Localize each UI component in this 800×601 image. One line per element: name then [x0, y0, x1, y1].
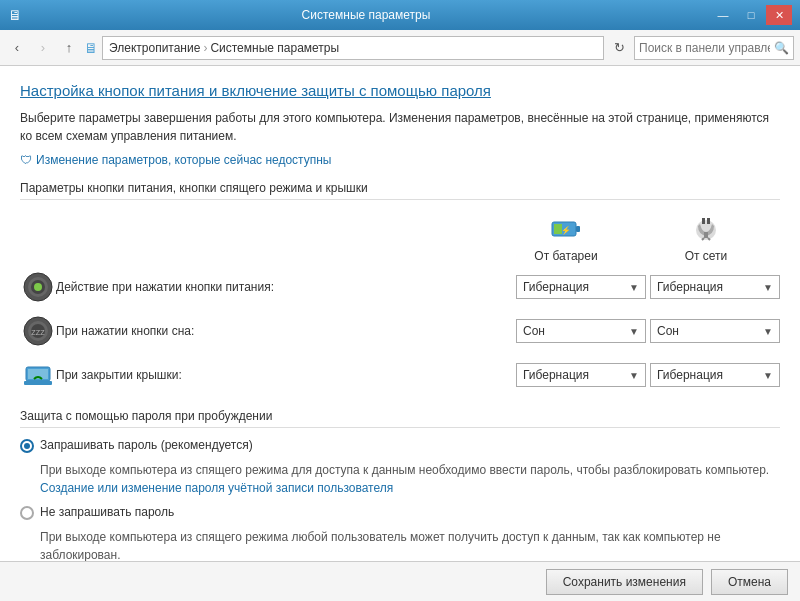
- back-button[interactable]: ‹: [6, 37, 28, 59]
- lid-icon: [20, 357, 56, 393]
- chevron-down-icon: ▼: [629, 370, 639, 381]
- chevron-down-icon: ▼: [763, 282, 773, 293]
- refresh-button[interactable]: ↻: [608, 37, 630, 59]
- row3-battery-value: Гибернация: [523, 368, 589, 382]
- row2-label: При нажатии кнопки сна:: [56, 323, 512, 340]
- svg-line-8: [702, 238, 704, 240]
- title-bar-left: 🖥: [8, 7, 22, 23]
- password-change-link[interactable]: Создание или изменение пароля учётной за…: [40, 481, 393, 495]
- power-settings-table: ⚡ От батареи От сети: [20, 210, 780, 393]
- section1-header: Параметры кнопки питания, кнопки спящего…: [20, 181, 780, 200]
- row2-power-dropdown[interactable]: Сон ▼: [650, 319, 780, 343]
- row2-power-value: Сон: [657, 324, 679, 338]
- row1-battery-dropdown[interactable]: Гибернация ▼: [516, 275, 646, 299]
- row3-label: При закрытии крышки:: [56, 367, 512, 384]
- section2-header: Защита с помощью пароля при пробуждении: [20, 409, 780, 428]
- app-icon-small: 🖥: [84, 40, 98, 56]
- title-bar-controls: — □ ✕: [710, 5, 792, 25]
- main-content: Настройка кнопок питания и включение защ…: [0, 66, 800, 561]
- search-icon: 🔍: [774, 41, 789, 55]
- row3-power-dropdown[interactable]: Гибернация ▼: [650, 363, 780, 387]
- radio1-label: Запрашивать пароль (рекомендуется): [40, 438, 253, 452]
- row3-battery-dropdown[interactable]: Гибернация ▼: [516, 363, 646, 387]
- svg-rect-7: [704, 232, 708, 238]
- radio-button-2[interactable]: [20, 506, 34, 520]
- breadcrumb[interactable]: Электропитание › Системные параметры: [102, 36, 604, 60]
- svg-rect-5: [702, 218, 705, 224]
- close-button[interactable]: ✕: [766, 5, 792, 25]
- row2-battery-value: Сон: [523, 324, 545, 338]
- address-bar: ‹ › ↑ 🖥 Электропитание › Системные парам…: [0, 30, 800, 66]
- svg-line-9: [708, 238, 710, 240]
- radio-option-1[interactable]: Запрашивать пароль (рекомендуется): [20, 438, 780, 453]
- breadcrumb-item-2[interactable]: Системные параметры: [210, 41, 339, 55]
- search-bar[interactable]: 🔍: [634, 36, 794, 60]
- battery-icon: ⚡: [548, 210, 584, 246]
- svg-rect-1: [576, 226, 580, 232]
- table-column-headers: ⚡ От батареи От сети: [20, 210, 780, 263]
- svg-rect-19: [24, 381, 52, 385]
- title-bar: 🖥 Системные параметры — □ ✕: [0, 0, 800, 30]
- radio2-description: При выходе компьютера из спящего режима …: [40, 528, 780, 561]
- search-input[interactable]: [639, 41, 770, 55]
- radio1-description: При выходе компьютера из спящего режима …: [40, 461, 780, 497]
- radio2-label: Не запрашивать пароль: [40, 505, 174, 519]
- breadcrumb-separator: ›: [203, 41, 207, 55]
- table-row: При закрытии крышки: Гибернация ▼ Гиберн…: [20, 357, 780, 393]
- power-icon: [688, 210, 724, 246]
- password-section: Защита с помощью пароля при пробуждении …: [20, 409, 780, 561]
- cancel-button[interactable]: Отмена: [711, 569, 788, 595]
- row1-battery-value: Гибернация: [523, 280, 589, 294]
- power-column-header: От сети: [636, 210, 776, 263]
- up-button[interactable]: ↑: [58, 37, 80, 59]
- unavailable-link[interactable]: 🛡 Изменение параметров, которые сейчас н…: [20, 153, 780, 167]
- power-button-icon: [20, 269, 56, 305]
- row1-power-dropdown[interactable]: Гибернация ▼: [650, 275, 780, 299]
- table-row: zzz При нажатии кнопки сна: Сон ▼ Сон ▼: [20, 313, 780, 349]
- section1-title: Параметры кнопки питания, кнопки спящего…: [20, 181, 368, 195]
- row2-battery-dropdown[interactable]: Сон ▼: [516, 319, 646, 343]
- table-row: Действие при нажатии кнопки питания: Гиб…: [20, 269, 780, 305]
- app-icon: 🖥: [8, 7, 22, 23]
- maximize-button[interactable]: □: [738, 5, 764, 25]
- svg-rect-6: [707, 218, 710, 224]
- radio-button-1[interactable]: [20, 439, 34, 453]
- breadcrumb-item-1[interactable]: Электропитание: [109, 41, 200, 55]
- battery-column-header: ⚡ От батареи: [496, 210, 636, 263]
- chevron-down-icon: ▼: [763, 370, 773, 381]
- row1-power-value: Гибернация: [657, 280, 723, 294]
- row1-label: Действие при нажатии кнопки питания:: [56, 279, 512, 296]
- chevron-down-icon: ▼: [629, 326, 639, 337]
- radio-option-2[interactable]: Не запрашивать пароль: [20, 505, 780, 520]
- shield-icon: 🛡: [20, 153, 32, 167]
- battery-col-label: От батареи: [534, 249, 597, 263]
- window-title: Системные параметры: [22, 8, 710, 22]
- password-change-link-text: Создание или изменение пароля учётной за…: [40, 481, 393, 495]
- row3-power-value: Гибернация: [657, 368, 723, 382]
- power-col-label: От сети: [685, 249, 728, 263]
- chevron-down-icon: ▼: [629, 282, 639, 293]
- chevron-down-icon: ▼: [763, 326, 773, 337]
- page-description: Выберите параметры завершения работы для…: [20, 109, 780, 145]
- page-title: Настройка кнопок питания и включение защ…: [20, 82, 780, 99]
- unavailable-link-text: Изменение параметров, которые сейчас нед…: [36, 153, 332, 167]
- forward-button[interactable]: ›: [32, 37, 54, 59]
- svg-text:zzz: zzz: [31, 327, 45, 337]
- svg-point-13: [34, 283, 42, 291]
- sleep-icon: zzz: [20, 313, 56, 349]
- bottom-bar: Сохранить изменения Отмена: [0, 561, 800, 601]
- save-button[interactable]: Сохранить изменения: [546, 569, 703, 595]
- svg-text:⚡: ⚡: [561, 225, 571, 235]
- minimize-button[interactable]: —: [710, 5, 736, 25]
